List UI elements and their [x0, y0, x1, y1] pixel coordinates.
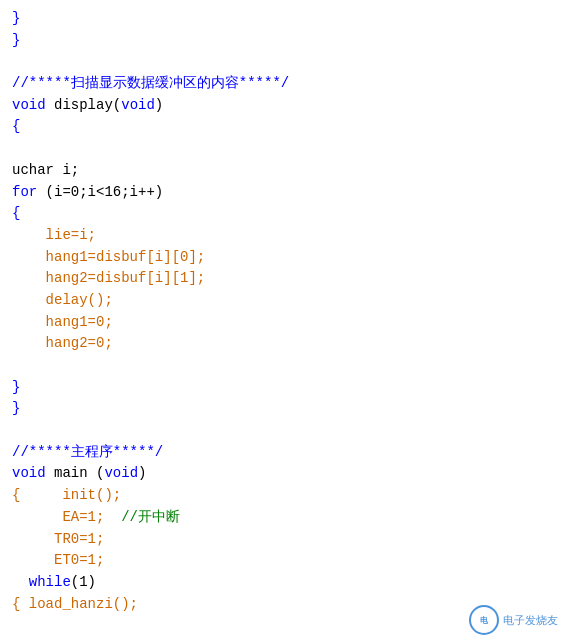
code-segment: ET0=1;: [12, 552, 104, 568]
code-segment: ): [155, 97, 163, 113]
code-line: hang2=0;: [12, 333, 554, 355]
code-segment: { load_hanzi();: [12, 596, 138, 612]
code-segment: delay();: [12, 292, 113, 308]
code-segment: void: [12, 97, 54, 113]
code-line: [12, 138, 554, 160]
code-segment: (1): [71, 574, 96, 590]
code-line: }: [12, 8, 554, 30]
code-segment: hang1=0;: [12, 314, 113, 330]
watermark-text: 电子发烧友: [503, 613, 558, 628]
code-segment: display: [54, 97, 113, 113]
code-segment: }: [12, 10, 20, 26]
watermark: 电 电子发烧友: [469, 605, 558, 635]
code-line: [12, 420, 554, 442]
code-container: }} //*****扫描显示数据缓冲区的内容*****/void display…: [0, 0, 566, 643]
code-line: hang1=disbuf[i][0];: [12, 247, 554, 269]
code-line: [12, 51, 554, 73]
code-line: ET0=1;: [12, 550, 554, 572]
code-block: }} //*****扫描显示数据缓冲区的内容*****/void display…: [12, 8, 554, 615]
code-line: void main (void): [12, 463, 554, 485]
code-line: [12, 355, 554, 377]
code-line: for (i=0;i<16;i++): [12, 182, 554, 204]
code-line: //*****扫描显示数据缓冲区的内容*****/: [12, 73, 554, 95]
code-segment: void: [121, 97, 155, 113]
code-segment: (: [113, 97, 121, 113]
code-segment: while: [12, 574, 71, 590]
code-line: uchar i;: [12, 160, 554, 182]
code-line: { init();: [12, 485, 554, 507]
code-segment: hang2=0;: [12, 335, 113, 351]
code-segment: void: [104, 465, 138, 481]
code-segment: ): [138, 465, 146, 481]
code-line: delay();: [12, 290, 554, 312]
code-line: void display(void): [12, 95, 554, 117]
code-segment: lie=i;: [12, 227, 96, 243]
code-segment: for: [12, 184, 46, 200]
watermark-logo: 电: [469, 605, 499, 635]
code-line: hang2=disbuf[i][1];: [12, 268, 554, 290]
code-line: {: [12, 203, 554, 225]
code-line: }: [12, 30, 554, 52]
code-segment: TR0=1;: [12, 531, 104, 547]
code-line: lie=i;: [12, 225, 554, 247]
code-segment: { init();: [12, 487, 121, 503]
code-segment: //*****扫描显示数据缓冲区的内容*****/: [12, 75, 289, 91]
code-line: while(1): [12, 572, 554, 594]
code-segment: (i=0;i<16;i++): [46, 184, 164, 200]
code-line: {: [12, 116, 554, 138]
code-line: TR0=1;: [12, 529, 554, 551]
code-segment: //开中断: [121, 509, 180, 525]
code-line: }: [12, 398, 554, 420]
code-segment: EA=1;: [12, 509, 121, 525]
code-segment: void: [12, 465, 54, 481]
code-segment: hang1=disbuf[i][0];: [12, 249, 205, 265]
code-segment: hang2=disbuf[i][1];: [12, 270, 205, 286]
code-segment: //*****主程序*****/: [12, 444, 163, 460]
code-segment: {: [12, 205, 20, 221]
code-segment: main: [54, 465, 96, 481]
code-line: hang1=0;: [12, 312, 554, 334]
code-segment: }: [12, 32, 20, 48]
code-line: //*****主程序*****/: [12, 442, 554, 464]
code-segment: {: [12, 118, 20, 134]
code-segment: }: [12, 379, 20, 395]
code-segment: }: [12, 400, 20, 416]
code-line: }: [12, 377, 554, 399]
code-line: EA=1; //开中断: [12, 507, 554, 529]
code-segment: uchar i;: [12, 162, 79, 178]
